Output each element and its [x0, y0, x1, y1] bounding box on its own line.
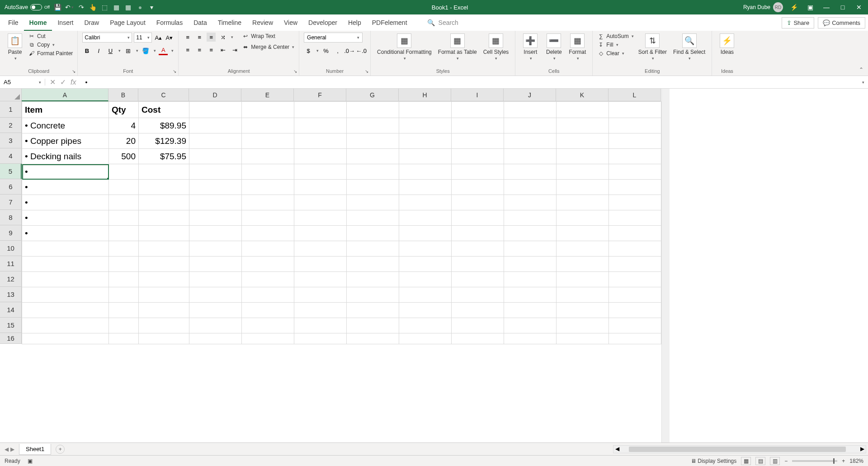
clear-button[interactable]: ◇Clear▾	[597, 50, 633, 57]
cell-B4[interactable]: 500	[109, 149, 139, 164]
formula-input[interactable]: •	[80, 79, 858, 86]
row-header-1[interactable]: 1	[0, 101, 22, 118]
user-account[interactable]: Ryan Dube RD	[743, 2, 783, 12]
tab-home[interactable]: Home	[24, 15, 52, 31]
cell-A4[interactable]: • Decking nails	[22, 149, 109, 164]
cell-B6[interactable]	[109, 180, 139, 195]
cell-J8[interactable]	[504, 210, 557, 226]
vertical-scrollbar[interactable]	[661, 89, 670, 442]
cell-D8[interactable]	[189, 210, 242, 226]
cell-E6[interactable]	[242, 180, 294, 195]
cell-E11[interactable]	[242, 257, 294, 272]
cell-D12[interactable]	[189, 272, 242, 287]
cell-F16[interactable]	[294, 333, 347, 344]
align-right-icon[interactable]: ≡	[207, 45, 216, 54]
next-sheet-icon[interactable]: ▶	[10, 446, 14, 452]
cell-D5[interactable]	[189, 164, 242, 180]
normal-view-icon[interactable]: ▦	[741, 457, 751, 465]
cell-C14[interactable]	[139, 303, 189, 318]
chart-icon[interactable]: ▦	[113, 4, 120, 11]
cell-E12[interactable]	[242, 272, 294, 287]
cell-H9[interactable]	[399, 226, 452, 241]
tab-file[interactable]: File	[3, 15, 24, 30]
cell-E14[interactable]	[242, 303, 294, 318]
cell-G5[interactable]	[347, 164, 399, 180]
cell-G9[interactable]	[347, 226, 399, 241]
cell-A3[interactable]: • Copper pipes	[22, 133, 109, 149]
cell-K4[interactable]	[557, 149, 609, 164]
bold-button[interactable]: B	[82, 46, 91, 55]
row-header-12[interactable]: 12	[0, 271, 22, 287]
cell-F1[interactable]	[294, 102, 347, 118]
percent-icon[interactable]: %	[321, 46, 330, 55]
decrease-indent-icon[interactable]: ⇤	[218, 45, 227, 54]
merge-center-button[interactable]: ⬌Merge & Center▾	[242, 43, 294, 51]
cell-A14[interactable]	[22, 303, 109, 318]
cell-L7[interactable]	[609, 195, 661, 210]
cell-H7[interactable]	[399, 195, 452, 210]
cell-K3[interactable]	[557, 133, 609, 149]
cell-B5[interactable]	[109, 164, 139, 180]
wrap-text-button[interactable]: ↩Wrap Text	[242, 33, 294, 40]
cell-J1[interactable]	[504, 102, 557, 118]
cell-D2[interactable]	[189, 118, 242, 133]
cell-J13[interactable]	[504, 287, 557, 303]
cell-A8[interactable]: •	[22, 210, 109, 226]
row-header-8[interactable]: 8	[0, 210, 22, 225]
cell-F9[interactable]	[294, 226, 347, 241]
row-header-9[interactable]: 9	[0, 225, 22, 241]
tell-me-search[interactable]: 🔍 Search	[427, 19, 458, 26]
comma-icon[interactable]: ,	[333, 46, 342, 55]
cell-E2[interactable]	[242, 118, 294, 133]
format-table-button[interactable]: ▦Format as Table▾	[436, 33, 479, 62]
cell-G13[interactable]	[347, 287, 399, 303]
cell-E8[interactable]	[242, 210, 294, 226]
cell-A10[interactable]	[22, 241, 109, 257]
cell-C11[interactable]	[139, 257, 189, 272]
cell-C10[interactable]	[139, 241, 189, 257]
cell-C13[interactable]	[139, 287, 189, 303]
row-header-13[interactable]: 13	[0, 287, 22, 302]
cell-K12[interactable]	[557, 272, 609, 287]
cell-G7[interactable]	[347, 195, 399, 210]
increase-font-icon[interactable]: A▴	[154, 33, 163, 42]
cell-H12[interactable]	[399, 272, 452, 287]
cut-button[interactable]: ✂Cut	[28, 33, 73, 40]
column-header-C[interactable]: C	[138, 89, 189, 101]
cell-E5[interactable]	[242, 164, 294, 180]
column-header-L[interactable]: L	[609, 89, 661, 101]
cell-A12[interactable]	[22, 272, 109, 287]
redo-icon[interactable]: ↷	[78, 4, 85, 11]
tab-developer[interactable]: Developer	[303, 15, 343, 30]
cell-D14[interactable]	[189, 303, 242, 318]
zoom-slider[interactable]	[792, 460, 837, 462]
column-header-K[interactable]: K	[556, 89, 609, 101]
cell-J6[interactable]	[504, 180, 557, 195]
cell-H8[interactable]	[399, 210, 452, 226]
collapse-ribbon-icon[interactable]: ⌃	[859, 67, 863, 73]
cell-A16[interactable]	[22, 333, 109, 344]
cell-F3[interactable]	[294, 133, 347, 149]
dialog-launcher-icon[interactable]: ↘	[173, 69, 176, 74]
increase-decimal-icon[interactable]: .0→	[345, 46, 354, 55]
cell-K7[interactable]	[557, 195, 609, 210]
cell-I9[interactable]	[452, 226, 504, 241]
cell-B12[interactable]	[109, 272, 139, 287]
cell-E9[interactable]	[242, 226, 294, 241]
scroll-left-icon[interactable]: ◀	[613, 446, 621, 453]
cell-H3[interactable]	[399, 133, 452, 149]
row-header-10[interactable]: 10	[0, 241, 22, 256]
cell-H1[interactable]	[399, 102, 452, 118]
undo-icon[interactable]: ↶▾	[66, 4, 73, 11]
cell-G1[interactable]	[347, 102, 399, 118]
expand-formula-icon[interactable]: ▾	[859, 80, 868, 85]
close-button[interactable]: ✕	[854, 4, 864, 11]
paste-button[interactable]: 📋 Paste ▾	[5, 33, 25, 62]
cell-J2[interactable]	[504, 118, 557, 133]
display-settings-button[interactable]: 🖥 Display Settings	[691, 458, 736, 464]
cell-B9[interactable]	[109, 226, 139, 241]
cell-D1[interactable]	[189, 102, 242, 118]
cell-L10[interactable]	[609, 241, 661, 257]
fill-button[interactable]: ↧Fill▾	[597, 41, 633, 48]
cell-K15[interactable]	[557, 318, 609, 333]
